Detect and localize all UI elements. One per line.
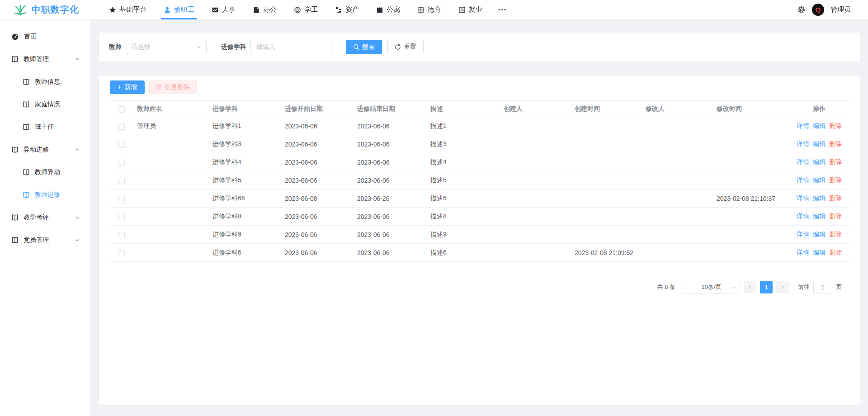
sidebar-item-teacher-mgmt[interactable]: 教师管理 xyxy=(0,48,90,71)
delete-link[interactable]: 删除 xyxy=(829,176,842,184)
search-button-label: 搜索 xyxy=(362,43,375,51)
row-checkbox[interactable] xyxy=(118,178,125,184)
sidebar-item-head-teacher[interactable]: 班主任 xyxy=(0,116,90,138)
row-checkbox[interactable] xyxy=(118,232,125,238)
nav-item-platform[interactable]: 基础平台 xyxy=(104,0,151,19)
prev-page-button[interactable] xyxy=(744,281,756,293)
detail-link[interactable]: 详情 xyxy=(797,158,809,165)
add-button[interactable]: + 新增 xyxy=(110,80,145,94)
sidebar-item-teacher-training[interactable]: 教师进修 xyxy=(0,184,90,206)
chevron-down-icon xyxy=(731,285,736,290)
edit-link[interactable]: 编辑 xyxy=(813,249,826,256)
cell-description: 描述3 xyxy=(427,135,500,153)
sidebar-item-label: 家庭情况 xyxy=(35,100,60,109)
detail-link[interactable]: 详情 xyxy=(797,231,809,238)
nav-item-employment[interactable]: 就业 xyxy=(454,0,487,19)
delete-link[interactable]: 删除 xyxy=(829,140,842,147)
detail-link[interactable]: 详情 xyxy=(797,140,809,147)
book-icon xyxy=(23,101,30,108)
row-checkbox[interactable] xyxy=(118,196,125,202)
sidebar-item-teaching-eval[interactable]: 教学考评 xyxy=(0,206,90,229)
cell-end-date: 2023-06-06 xyxy=(354,135,427,153)
row-checkbox[interactable] xyxy=(118,250,125,256)
detail-link[interactable]: 详情 xyxy=(797,176,809,184)
next-page-button[interactable] xyxy=(776,281,789,293)
select-all-cell xyxy=(110,101,133,117)
cell-creator xyxy=(500,226,571,244)
calendar-icon xyxy=(376,6,383,14)
edit-link[interactable]: 编辑 xyxy=(813,213,826,220)
row-checkbox[interactable] xyxy=(118,123,125,130)
row-checkbox[interactable] xyxy=(118,142,125,148)
sidebar-item-label: 班主任 xyxy=(35,123,54,131)
detail-link[interactable]: 详情 xyxy=(797,213,809,220)
edit-link[interactable]: 编辑 xyxy=(813,122,826,129)
training-table: 教师姓名 进修学科 进修开始日期 进修结束日期 描述 创建人 创建时间 修改人 … xyxy=(110,100,849,262)
delete-link[interactable]: 删除 xyxy=(829,158,842,165)
delete-link[interactable]: 删除 xyxy=(829,231,842,238)
edit-link[interactable]: 编辑 xyxy=(813,140,826,147)
book-icon xyxy=(23,169,30,176)
detail-link[interactable]: 详情 xyxy=(797,122,809,129)
user-name[interactable]: 管理员 xyxy=(830,5,851,14)
sidebar-item-teacher-info[interactable]: 教师信息 xyxy=(0,71,90,93)
cell-create-time xyxy=(571,135,642,153)
page-unit-label: 页 xyxy=(836,283,842,291)
row-checkbox[interactable] xyxy=(118,160,125,166)
sidebar-item-family[interactable]: 家庭情况 xyxy=(0,93,90,116)
nav-item-staff[interactable]: 教职工 xyxy=(159,0,199,19)
nav-item-apartment[interactable]: 公寓 xyxy=(372,0,405,19)
delete-link[interactable]: 删除 xyxy=(829,194,842,202)
delete-link[interactable]: 删除 xyxy=(829,249,842,256)
batch-delete-button[interactable]: 批量删除 xyxy=(149,80,197,94)
nav-item-moral[interactable]: 德育 xyxy=(413,0,446,19)
book-icon xyxy=(11,236,19,244)
edit-link[interactable]: 编辑 xyxy=(813,158,826,165)
teacher-select[interactable]: 请选择 xyxy=(127,40,207,54)
detail-link[interactable]: 详情 xyxy=(797,249,809,256)
row-actions-cell: 详情编辑删除 xyxy=(789,153,849,171)
nav-item-student[interactable]: 学工 xyxy=(289,0,322,19)
cell-creator xyxy=(500,135,571,153)
detail-link[interactable]: 详情 xyxy=(797,194,809,202)
cell-name xyxy=(133,244,209,262)
cell-modify-time xyxy=(713,135,789,153)
sidebar-item-label: 教学考评 xyxy=(24,213,49,222)
page-size-select[interactable]: 10条/页 xyxy=(683,281,740,293)
page-number-button[interactable]: 1 xyxy=(760,281,773,293)
sidebar-item-home[interactable]: 首页 xyxy=(0,25,90,48)
dashboard-icon xyxy=(11,33,19,41)
delete-link[interactable]: 删除 xyxy=(829,213,842,220)
row-checkbox[interactable] xyxy=(118,214,125,220)
cell-subject: 进修学科1 xyxy=(209,117,281,135)
cell-end-date: 2023-06-06 xyxy=(354,171,427,189)
edit-link[interactable]: 编辑 xyxy=(813,231,826,238)
nav-item-office[interactable]: 办公 xyxy=(248,0,281,19)
cell-modifier xyxy=(642,171,713,189)
badge-icon xyxy=(458,6,466,14)
search-button[interactable]: 搜索 xyxy=(346,40,382,54)
nav-more-button[interactable]: ••• xyxy=(495,6,510,13)
cell-subject: 进修学科6 xyxy=(209,244,281,262)
chevron-up-icon xyxy=(75,57,80,62)
sidebar-item-transfer-training[interactable]: 异动进修 xyxy=(0,138,90,161)
settings-gear-icon[interactable] xyxy=(797,5,806,14)
nav-item-label: 公寓 xyxy=(387,5,400,14)
nav-item-assets[interactable]: 资产 xyxy=(330,0,363,19)
user-avatar[interactable]: Q xyxy=(812,4,824,16)
cell-name xyxy=(133,171,209,189)
sidebar-item-party-mgmt[interactable]: 党员管理 xyxy=(0,229,90,251)
nav-item-hr[interactable]: 人事 xyxy=(207,0,240,19)
row-actions-cell: 详情编辑删除 xyxy=(789,135,849,153)
edit-link[interactable]: 编辑 xyxy=(813,176,826,184)
goto-page-input[interactable] xyxy=(813,281,832,293)
subject-input[interactable] xyxy=(250,40,331,54)
edit-link[interactable]: 编辑 xyxy=(813,194,826,202)
reset-button[interactable]: 重置 xyxy=(387,40,424,54)
cell-end-date: 2023-06-06 xyxy=(354,244,427,262)
row-checkbox-cell xyxy=(110,189,133,208)
refresh-icon xyxy=(395,44,401,50)
sidebar-item-teacher-transfer[interactable]: 教师异动 xyxy=(0,161,90,184)
delete-link[interactable]: 删除 xyxy=(829,122,842,129)
select-all-checkbox[interactable] xyxy=(118,106,125,113)
